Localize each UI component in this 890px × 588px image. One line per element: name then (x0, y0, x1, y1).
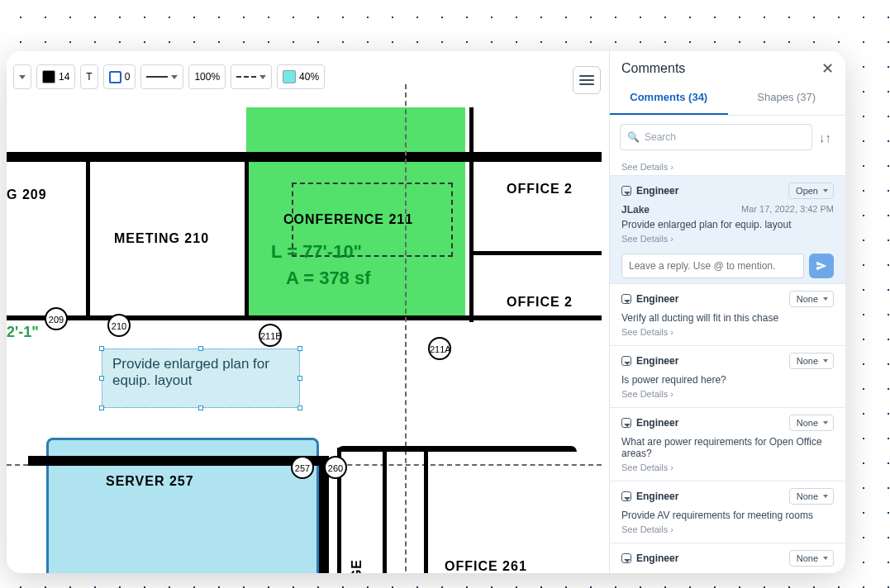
room-label-office-mid: OFFICE 2 (507, 295, 573, 310)
opacity-value: 40% (299, 71, 319, 83)
room-label-server257: SERVER 257 (106, 474, 194, 489)
stroke-swatch (109, 71, 121, 83)
door-tag-211B[interactable]: 211B (259, 324, 282, 347)
highlight-swatch (283, 70, 296, 83)
conference-area: A = 378 sf (286, 268, 371, 289)
zoom-level[interactable]: 100% (188, 64, 226, 89)
tab-shapes[interactable]: Shapes (37) (728, 83, 846, 115)
comment-icon (621, 418, 631, 428)
fill-swatch (42, 70, 55, 83)
panel-title: Comments (621, 61, 685, 76)
comment-item[interactable]: Engineer None What are power requirement… (610, 407, 845, 481)
comment-text: Provide enlarged plan for equip. layout (621, 216, 834, 230)
tab-comments[interactable]: Comments (34) (610, 83, 728, 115)
comment-item[interactable]: Engineer None RFI #14 See Details (610, 543, 845, 573)
role-label: Engineer (636, 293, 678, 305)
wall (383, 448, 387, 573)
comment-icon (621, 186, 631, 196)
role-label: Engineer (636, 417, 678, 429)
wall (7, 152, 602, 162)
stroke-width-value: 0 (125, 71, 131, 83)
text-tool[interactable]: T (80, 64, 98, 89)
comment-item[interactable]: Engineer None Is power required here? Se… (610, 345, 845, 407)
sort-icon[interactable]: ↓↑ (819, 130, 835, 145)
search-icon: 🔍 (627, 131, 640, 143)
annotation-callout[interactable]: Provide enlarged plan for equip. layout (102, 349, 300, 408)
comment-icon (621, 491, 631, 501)
see-details-link[interactable]: See Details (621, 230, 834, 247)
panel-tabs: Comments (34) Shapes (37) (610, 83, 845, 116)
line-style-picker[interactable] (140, 64, 183, 89)
send-button[interactable] (809, 254, 834, 278)
role-label: Engineer (636, 552, 678, 564)
comment-text: Verify all ducting will fit in this chas… (621, 307, 834, 324)
reply-input[interactable] (621, 254, 804, 278)
see-details-link[interactable]: See Details (610, 159, 845, 175)
dropdown-generic[interactable] (13, 64, 31, 89)
conference-length: L = 77'-10" (271, 241, 362, 263)
dimension-green: 2'-1" (7, 324, 39, 341)
door-tag-257[interactable]: 257 (291, 456, 314, 479)
status-select[interactable]: None (789, 488, 834, 505)
see-details-link[interactable]: See Details (621, 324, 834, 340)
status-select[interactable]: None (789, 291, 834, 307)
wall (245, 152, 249, 317)
fill-color-picker[interactable]: 14 (36, 64, 75, 89)
status-select[interactable]: None (789, 353, 834, 369)
line-solid-icon (146, 76, 168, 78)
room-label-meeting210: MEETING 210 (114, 231, 209, 246)
wall (469, 107, 474, 322)
wall (28, 456, 326, 466)
comment-item[interactable]: Engineer None Provide AV requirements fo… (610, 481, 845, 543)
comment-timestamp: Mar 17, 2022, 3:42 PM (741, 204, 834, 214)
comment-author: JLake (621, 204, 650, 216)
floorplan[interactable]: CONFERENCE 211 L = 77'-10" A = 378 sf G … (7, 84, 609, 573)
status-select[interactable]: None (789, 415, 834, 431)
comment-text: Is power required here? (621, 369, 834, 386)
search-row: 🔍 Search ↓↑ (610, 116, 845, 159)
comment-icon (621, 553, 631, 563)
search-input[interactable]: 🔍 Search (620, 124, 812, 150)
see-details-link[interactable]: See Details (621, 521, 834, 538)
wall (469, 251, 602, 255)
see-details-link[interactable]: See Details (621, 386, 834, 402)
role-label: Engineer (636, 185, 678, 197)
comment-text: Provide AV requirements for meeting room… (621, 505, 834, 521)
door-tag-260[interactable]: 260 (324, 456, 347, 479)
send-icon (816, 260, 827, 272)
search-placeholder: Search (645, 131, 676, 143)
room-label-conference: CONFERENCE 211 (283, 212, 413, 227)
comment-text: What are power requirements for Open Off… (621, 431, 834, 459)
app-window: 14 T 0 100% 40% (7, 51, 845, 573)
wall (424, 448, 428, 573)
line-dash-picker[interactable] (231, 64, 272, 89)
close-icon[interactable]: ✕ (821, 59, 834, 78)
role-label: Engineer (636, 355, 678, 367)
door-tag-209[interactable]: 209 (45, 307, 68, 330)
panel-header: Comments ✕ (610, 51, 845, 83)
drawing-canvas[interactable]: 14 T 0 100% 40% (7, 51, 609, 573)
line-dash-icon (236, 76, 256, 78)
stroke-picker[interactable]: 0 (103, 64, 136, 89)
status-select[interactable]: None (789, 550, 834, 567)
font-size-value: 14 (59, 71, 69, 83)
room-label-storage260: STORAGE 260 (350, 559, 379, 573)
status-select[interactable]: Open (788, 183, 834, 199)
door-tag-210[interactable]: 210 (107, 314, 131, 337)
role-label: Engineer (636, 491, 678, 502)
wall (337, 446, 577, 452)
wall (7, 315, 602, 320)
comment-icon (621, 294, 631, 304)
comment-item[interactable]: Engineer None Verify all ducting will fi… (610, 283, 845, 345)
toolbar: 14 T 0 100% 40% (7, 61, 331, 92)
wall (86, 152, 90, 317)
door-tag-211A[interactable]: 211A (428, 337, 451, 360)
room-label-office-top: OFFICE 2 (507, 182, 573, 197)
comment-text: RFI #14 (621, 567, 834, 573)
see-details-link[interactable]: See Details (621, 459, 834, 476)
room-label-office261: OFFICE 261 (445, 559, 527, 573)
annotation-text: Provide enlarged plan for equip. layout (112, 356, 269, 388)
highlight-picker[interactable]: 40% (277, 64, 325, 89)
comment-item[interactable]: Engineer Open JLake Mar 17, 2022, 3:42 P… (610, 175, 845, 283)
room-label-209: G 209 (7, 187, 47, 202)
